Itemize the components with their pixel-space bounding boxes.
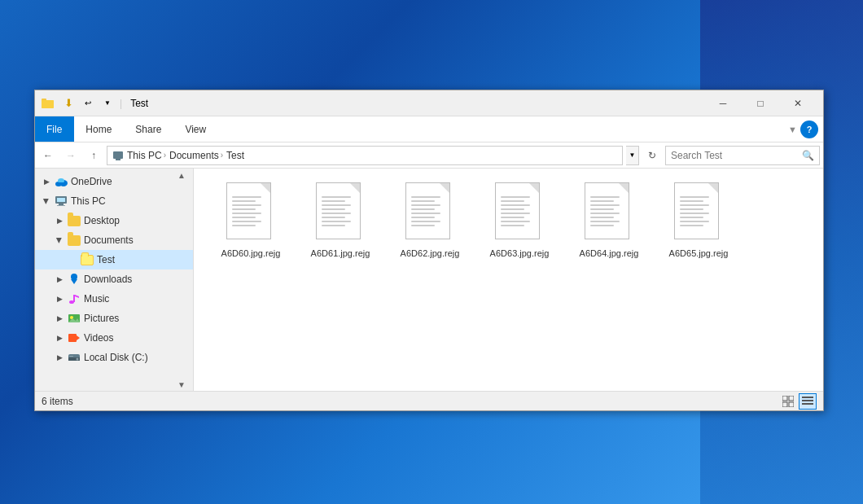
path-dropdown-button[interactable]: ▼ <box>626 146 639 165</box>
refresh-button[interactable]: ↻ <box>642 146 662 165</box>
test-folder-icon <box>81 253 94 266</box>
file-item[interactable]: A6D64.jpg.rejg <box>568 177 650 265</box>
sidebar-item-pictures[interactable]: ▶ Pictures <box>35 309 193 328</box>
sidebar-label-thispc: This PC <box>71 195 106 207</box>
search-icon: 🔍 <box>802 150 814 161</box>
document-icon <box>495 182 544 243</box>
onedrive-icon <box>55 175 68 188</box>
svg-rect-31 <box>802 397 813 398</box>
svg-point-13 <box>71 274 77 280</box>
minimize-button[interactable]: ─ <box>704 90 742 116</box>
file-name: A6D64.jpg.rejg <box>580 248 639 259</box>
expand-pictures-icon[interactable]: ▶ <box>55 313 64 323</box>
qa-dropdown-button[interactable]: ▼ <box>99 94 116 112</box>
pictures-icon <box>68 312 81 325</box>
file-item[interactable]: A6D62.jpg.rejg <box>389 177 471 265</box>
path-documents[interactable]: Documents › <box>169 150 223 161</box>
address-path[interactable]: This PC › Documents › Test <box>107 146 623 165</box>
path-test[interactable]: Test <box>226 150 244 161</box>
sidebar-label-test: Test <box>97 254 115 265</box>
navigation-pane: ▲ ▶ OneDrive ▶ <box>35 169 194 391</box>
file-item[interactable]: A6D61.jpg.rejg <box>300 177 381 265</box>
tab-home[interactable]: Home <box>74 116 124 142</box>
search-input[interactable] <box>671 150 799 161</box>
search-box[interactable]: 🔍 <box>665 146 820 165</box>
item-count: 6 items <box>42 396 779 407</box>
file-name: A6D65.jpg.rejg <box>669 248 729 259</box>
list-view-button[interactable] <box>799 393 817 410</box>
sidebar-label-music: Music <box>84 293 109 305</box>
expand-downloads-icon[interactable]: ▶ <box>55 274 64 284</box>
document-icon <box>226 182 275 243</box>
grid-view-button[interactable] <box>779 393 797 410</box>
document-icon <box>585 182 633 243</box>
document-icon <box>316 182 365 243</box>
sidebar-item-localdisk[interactable]: ▶ Local Disk (C:) <box>35 348 193 367</box>
svg-rect-33 <box>802 403 813 405</box>
file-item[interactable]: A6D65.jpg.rejg <box>658 177 739 265</box>
back-button[interactable]: ← <box>38 146 58 165</box>
qa-undo-button[interactable]: ↩ <box>79 94 97 112</box>
help-button[interactable]: ? <box>800 121 818 138</box>
tab-share[interactable]: Share <box>124 116 173 142</box>
scroll-down-arrow[interactable]: ▼ <box>177 379 186 389</box>
file-item[interactable]: A6D63.jpg.rejg <box>479 177 560 265</box>
music-icon <box>68 292 81 305</box>
videos-icon <box>68 331 81 344</box>
sidebar-label-videos: Videos <box>84 332 113 344</box>
sidebar-item-desktop[interactable]: ▶ Desktop <box>35 211 193 230</box>
up-button[interactable]: ↑ <box>84 146 103 165</box>
maximize-button[interactable]: □ <box>742 90 779 116</box>
close-button[interactable]: ✕ <box>779 90 817 116</box>
sidebar-label-downloads: Downloads <box>84 274 132 285</box>
svg-rect-2 <box>42 100 54 108</box>
expand-documents-icon[interactable]: ▶ <box>55 235 64 245</box>
svg-rect-12 <box>57 205 65 206</box>
expand-music-icon[interactable]: ▶ <box>55 294 64 304</box>
tab-file[interactable]: File <box>35 116 74 142</box>
help-area: ▼ ? <box>788 116 823 142</box>
title-bar: ⬇ ↩ ▼ | Test ─ □ ✕ <box>35 90 823 116</box>
address-bar: ← → ↑ This PC › Documents › Test ▼ ↻ 🔍 <box>35 142 823 169</box>
file-item[interactable]: A6D60.jpg.rejg <box>210 177 291 265</box>
sidebar-label-localdisk: Local Disk (C:) <box>84 352 148 363</box>
sidebar-label-desktop: Desktop <box>84 215 120 226</box>
svg-rect-26 <box>69 356 73 357</box>
expand-desktop-icon[interactable]: ▶ <box>55 216 64 226</box>
svg-rect-30 <box>789 402 794 407</box>
tab-view[interactable]: View <box>173 116 218 142</box>
sidebar-item-downloads[interactable]: ▶ Downloads <box>35 270 193 289</box>
sidebar-label-pictures: Pictures <box>84 313 119 324</box>
sidebar-item-documents[interactable]: ▶ Documents <box>35 230 193 250</box>
qa-save-button[interactable]: ⬇ <box>59 94 77 112</box>
sidebar-item-music[interactable]: ▶ Music <box>35 289 193 309</box>
sidebar-label-documents: Documents <box>84 234 134 246</box>
expand-thispc-icon[interactable]: ▶ <box>42 196 51 206</box>
svg-rect-16 <box>73 295 75 302</box>
sidebar-item-thispc[interactable]: ▶ This PC <box>35 191 193 211</box>
sidebar-item-onedrive[interactable]: ▶ OneDrive <box>35 172 193 191</box>
sidebar-item-videos[interactable]: ▶ Videos <box>35 328 193 348</box>
sidebar-label-onedrive: OneDrive <box>71 176 112 187</box>
svg-rect-29 <box>782 402 787 407</box>
thispc-icon <box>55 195 68 208</box>
svg-rect-27 <box>782 396 787 401</box>
svg-rect-28 <box>789 396 794 401</box>
svg-rect-11 <box>59 204 64 205</box>
ribbon: File Home Share View ▼ ? <box>35 116 823 142</box>
svg-rect-8 <box>56 182 66 186</box>
path-thispc[interactable]: This PC › <box>112 150 166 161</box>
svg-rect-3 <box>113 151 123 159</box>
documents-folder-icon <box>68 234 81 247</box>
expand-onedrive-icon[interactable]: ▶ <box>42 177 51 186</box>
scroll-up-arrow[interactable]: ▲ <box>177 170 186 180</box>
file-name: A6D61.jpg.rejg <box>311 248 370 259</box>
forward-button[interactable]: → <box>61 146 81 165</box>
expand-localdisk-icon[interactable]: ▶ <box>55 353 64 362</box>
svg-marker-22 <box>77 335 80 340</box>
sidebar-item-test[interactable]: Test <box>35 250 193 270</box>
file-name: A6D63.jpg.rejg <box>490 248 550 259</box>
svg-rect-21 <box>68 334 77 342</box>
expand-videos-icon[interactable]: ▶ <box>55 333 64 343</box>
svg-marker-17 <box>75 295 79 298</box>
